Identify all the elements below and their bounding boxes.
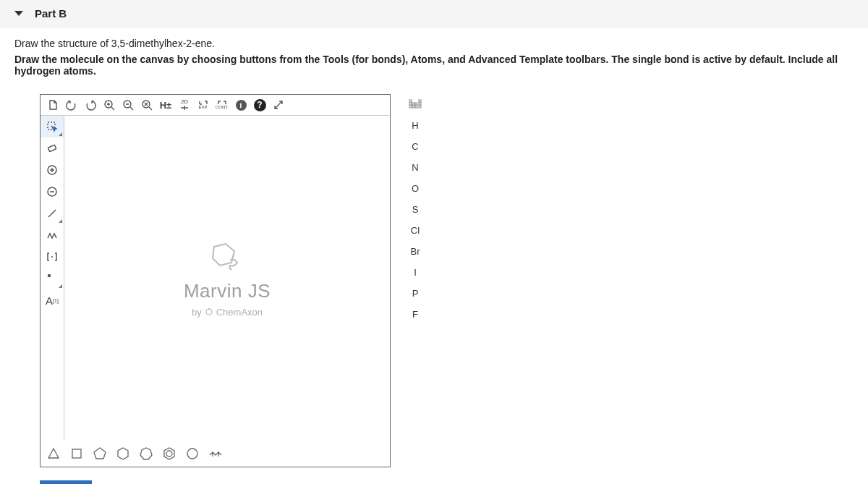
svg-rect-10 [72,449,81,458]
svg-rect-18 [419,103,421,105]
atom-S[interactable]: S [404,199,427,219]
atom-F[interactable]: F [404,304,427,324]
cyclohexane-template[interactable] [113,443,133,464]
svg-rect-17 [415,103,417,105]
fullscreen-button[interactable] [269,96,288,114]
zoom-fit-button[interactable] [137,96,156,114]
svg-rect-22 [419,106,421,108]
periodic-table-icon [409,99,422,109]
abbrev-tool[interactable]: A[1] [41,289,64,311]
info-icon: i [236,100,247,111]
top-toolbar: H± 2D EXP. CONT. i ? [41,95,390,115]
radical-tool[interactable] [41,268,64,289]
benzene-template[interactable] [159,443,179,464]
naphthalene-template[interactable] [182,443,203,464]
atom-Cl[interactable]: Cl [404,220,427,240]
svg-rect-14 [419,100,421,102]
cyclohexane-chair-template[interactable] [205,443,226,464]
single-bond-tool[interactable] [41,203,64,224]
submit-button[interactable]: Submit [40,480,92,484]
zoom-in-icon [103,99,115,111]
undo-icon [66,99,77,111]
marquee-icon [46,121,58,132]
svg-rect-4 [48,145,56,152]
atom-Br[interactable]: Br [404,241,427,261]
pentagon-icon [93,446,107,461]
clean-icon [180,105,189,111]
contract-button[interactable]: CONT. [213,96,231,114]
svg-point-12 [187,449,197,459]
collapse-caret-icon[interactable] [14,11,23,16]
bracket-icon [46,251,58,263]
help-icon: ? [254,99,266,111]
left-toolbar: A[1] [41,115,64,441]
editor-wrap: H± 2D EXP. CONT. i ? [40,94,828,467]
brand-label: Marvin JS [184,280,271,302]
template-toolbar [41,441,390,467]
editor-main: A[1] Marvin JS by ChemAxon [41,115,390,441]
chain-tool[interactable] [41,224,64,246]
prompt-line-1: Draw the structure of 3,5-dimethylhex-2-… [14,38,854,49]
expand-button[interactable]: EXP. [194,96,213,114]
undo-button[interactable] [62,96,81,114]
fullscreen-icon [273,99,284,111]
redo-button[interactable] [81,96,100,114]
radical-icon [46,273,58,284]
action-row: Submit Request Answer [40,480,828,484]
square-icon [69,446,84,461]
zoom-fit-icon [141,99,153,111]
svg-rect-13 [409,100,412,102]
atom-C[interactable]: C [404,136,427,156]
triangle-icon [46,446,61,461]
info-button[interactable]: i [231,96,250,114]
atom-I[interactable]: I [404,262,427,282]
chair-icon [208,446,223,461]
svg-rect-16 [412,103,414,105]
help-button[interactable]: ? [250,96,269,114]
atom-N[interactable]: N [404,157,427,177]
periodic-table-button[interactable] [404,94,427,114]
selection-tool[interactable] [41,116,64,137]
naphthalene-icon [185,446,200,461]
file-icon [47,99,59,111]
chain-icon [46,229,58,241]
svg-rect-21 [415,106,417,108]
minus-circle-icon [46,186,58,198]
erase-tool[interactable] [41,137,64,159]
svg-rect-20 [412,106,414,108]
prompt-area: Draw the structure of 3,5-dimethylhex-2-… [0,27,868,87]
eraser-icon [46,143,58,154]
atom-H[interactable]: H [404,115,427,135]
brand-byline: by ChemAxon [192,307,263,318]
zoom-in-button[interactable] [100,96,119,114]
svg-point-7 [48,275,51,277]
cyclopropane-template[interactable] [43,443,64,464]
plus-circle-icon [46,164,58,176]
atom-P[interactable]: P [404,283,427,303]
part-header: Part B [0,0,868,27]
svg-point-9 [208,308,210,310]
svg-rect-19 [409,106,412,108]
svg-rect-15 [409,103,412,105]
cyclopentane-template[interactable] [90,443,110,464]
hexagon-icon [116,446,130,461]
drawing-canvas[interactable]: Marvin JS by ChemAxon [64,115,390,441]
benzene-icon [162,446,176,461]
redo-icon [85,99,96,111]
zoom-out-icon [122,99,134,111]
prompt-line-2: Draw the molecule on the canvas by choos… [14,54,854,77]
bracket-tool[interactable] [41,246,64,268]
atom-toolbar: H C N O S Cl Br I P F [404,94,430,325]
charge-plus-tool[interactable] [41,159,64,181]
charge-minus-tool[interactable] [41,181,64,203]
cycloheptane-template[interactable] [136,443,156,464]
heptagon-icon [139,446,153,461]
svg-point-8 [206,309,212,315]
cyclobutane-template[interactable] [67,443,87,464]
atom-O[interactable]: O [404,178,427,198]
new-doc-button[interactable] [43,96,62,114]
h-toggle-button[interactable]: H± [156,96,175,114]
single-bond-icon [46,208,58,219]
zoom-out-button[interactable] [119,96,137,114]
clean-2d-button[interactable]: 2D [175,96,194,114]
